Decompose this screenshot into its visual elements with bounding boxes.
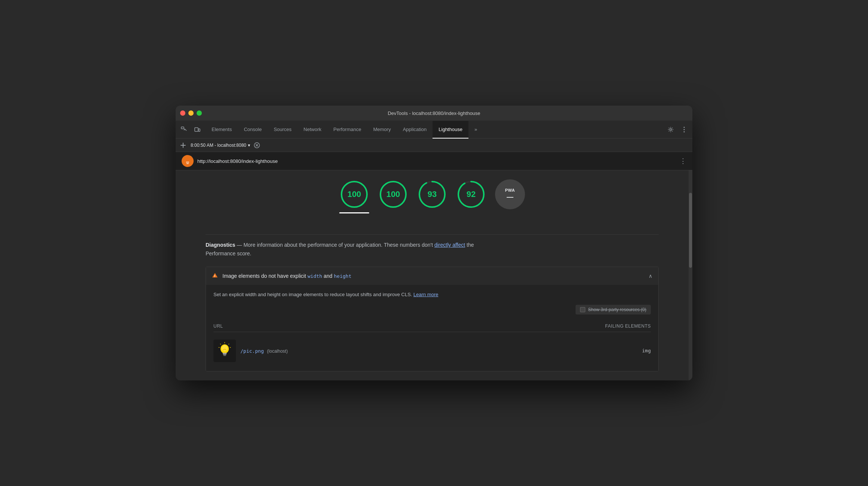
svg-point-6 xyxy=(684,131,685,132)
svg-rect-9 xyxy=(186,162,189,162)
third-party-label: Show 3rd-party resources (0) xyxy=(588,307,646,312)
audit-table: URL Failing Elements xyxy=(213,321,651,365)
code-height: height xyxy=(334,273,352,279)
minimize-button[interactable] xyxy=(188,110,194,116)
svg-rect-10 xyxy=(186,163,189,164)
score-best-practices: 93 xyxy=(417,179,447,213)
maximize-button[interactable] xyxy=(197,110,202,116)
url-bar: http://localhost:8080/index-lighthouse ⋮ xyxy=(176,152,692,170)
svg-line-23 xyxy=(220,344,221,344)
more-options-icon[interactable] xyxy=(679,124,689,135)
diagnostics-title: Diagnostics xyxy=(206,242,235,248)
score-seo: 92 xyxy=(456,179,486,213)
score-circle-best-practices: 93 xyxy=(417,179,447,209)
tab-performance[interactable]: Performance xyxy=(327,121,367,139)
score-underline xyxy=(339,212,369,213)
score-circle-accessibility: 100 xyxy=(378,179,408,209)
svg-text:!: ! xyxy=(214,274,215,278)
url-more-icon[interactable]: ⋮ xyxy=(680,157,686,165)
url-text: http://localhost:8080/index-lighthouse xyxy=(197,158,676,164)
tab-bar-icons xyxy=(179,124,203,135)
scrollbar-thumb[interactable] xyxy=(689,193,692,268)
url-link[interactable]: /pic.png xyxy=(240,348,264,354)
tab-network[interactable]: Network xyxy=(298,121,328,139)
audit-header[interactable]: ! Image elements do not have explicit wi… xyxy=(206,267,658,285)
diagnostics-description: Diagnostics — More information about the… xyxy=(206,241,659,258)
table-row: /pic.png (localhost) img xyxy=(213,337,651,365)
svg-line-24 xyxy=(230,347,231,347)
score-value-accessibility: 100 xyxy=(386,189,400,199)
scores-divider xyxy=(206,234,659,235)
table-header: URL Failing Elements xyxy=(213,321,651,332)
score-value-seo: 92 xyxy=(467,189,476,199)
svg-point-3 xyxy=(670,128,672,130)
score-value-performance: 100 xyxy=(347,189,361,199)
col-header-failing: Failing Elements xyxy=(576,324,651,329)
table-url-cell: /pic.png (localhost) xyxy=(213,340,576,362)
col-header-url: URL xyxy=(213,324,576,329)
score-pwa: PWA — xyxy=(495,179,525,213)
code-width: width xyxy=(307,273,322,279)
stop-icon xyxy=(252,141,261,150)
window-title: DevTools - localhost:8080/index-lighthou… xyxy=(388,110,480,116)
pwa-circle: PWA — xyxy=(495,179,525,209)
svg-rect-30 xyxy=(224,355,226,356)
third-party-row: Show 3rd-party resources (0) xyxy=(213,305,651,315)
inspect-icon[interactable] xyxy=(179,124,189,135)
add-tab-button[interactable] xyxy=(179,141,188,150)
location-bar: 8:00:50 AM - localhost:8080 ▾ xyxy=(191,141,261,150)
toolbar: 8:00:50 AM - localhost:8080 ▾ xyxy=(176,139,692,152)
tab-memory[interactable]: Memory xyxy=(367,121,397,139)
svg-point-4 xyxy=(684,127,685,128)
location-dropdown[interactable]: 8:00:50 AM - localhost:8080 ▾ xyxy=(191,143,250,148)
tab-lighthouse[interactable]: Lighthouse xyxy=(433,121,468,139)
learn-more-link[interactable]: Learn more xyxy=(413,292,438,297)
title-bar: DevTools - localhost:8080/index-lighthou… xyxy=(176,106,692,121)
score-performance: 100 xyxy=(339,179,369,213)
image-thumbnail xyxy=(213,340,236,362)
settings-icon[interactable] xyxy=(665,124,676,135)
scrollbar[interactable] xyxy=(689,170,692,380)
score-circle-seo: 92 xyxy=(456,179,486,209)
svg-point-5 xyxy=(684,129,685,130)
url-info: /pic.png (localhost) xyxy=(240,347,288,354)
lightbulb-svg xyxy=(216,342,234,360)
lighthouse-favicon xyxy=(182,155,194,167)
tab-application[interactable]: Application xyxy=(397,121,433,139)
tab-sources[interactable]: Sources xyxy=(268,121,298,139)
score-accessibility: 100 xyxy=(378,179,408,213)
svg-rect-1 xyxy=(195,128,198,131)
main-content: 100 100 xyxy=(176,170,692,380)
chevron-up-icon: ∧ xyxy=(649,273,652,279)
checkbox-box[interactable] xyxy=(580,307,585,312)
audit-title: Image elements do not have explicit widt… xyxy=(222,273,649,279)
scores-row: 100 100 xyxy=(206,179,659,222)
url-host: (localhost) xyxy=(267,349,288,354)
close-button[interactable] xyxy=(180,110,185,116)
failing-element: img xyxy=(576,348,651,353)
content-area: 100 100 xyxy=(176,170,689,380)
score-circle-performance: 100 xyxy=(339,179,369,209)
pwa-label: PWA xyxy=(505,188,515,192)
svg-line-25 xyxy=(219,347,220,347)
dropdown-arrow-icon: ▾ xyxy=(248,143,250,148)
tab-console[interactable]: Console xyxy=(238,121,268,139)
svg-point-27 xyxy=(222,345,227,351)
third-party-checkbox[interactable]: Show 3rd-party resources (0) xyxy=(576,305,651,315)
traffic-lights xyxy=(180,110,202,116)
audit-body: Set an explicit width and height on imag… xyxy=(206,285,658,371)
tab-elements[interactable]: Elements xyxy=(206,121,238,139)
tab-more[interactable]: » xyxy=(468,121,483,139)
pwa-dash: — xyxy=(507,193,513,201)
warning-icon: ! xyxy=(212,272,218,280)
devtools-window: DevTools - localhost:8080/index-lighthou… xyxy=(176,106,692,380)
svg-rect-0 xyxy=(181,127,184,129)
device-toggle-icon[interactable] xyxy=(192,124,203,135)
directly-affect-link[interactable]: directly affect xyxy=(434,242,465,248)
svg-line-22 xyxy=(228,344,229,344)
svg-rect-2 xyxy=(198,129,200,131)
tab-bar-right xyxy=(665,124,689,135)
tab-bar: Elements Console Sources Network Perform… xyxy=(176,121,692,139)
audit-description: Set an explicit width and height on imag… xyxy=(213,291,651,299)
score-value-best-practices: 93 xyxy=(428,189,437,199)
